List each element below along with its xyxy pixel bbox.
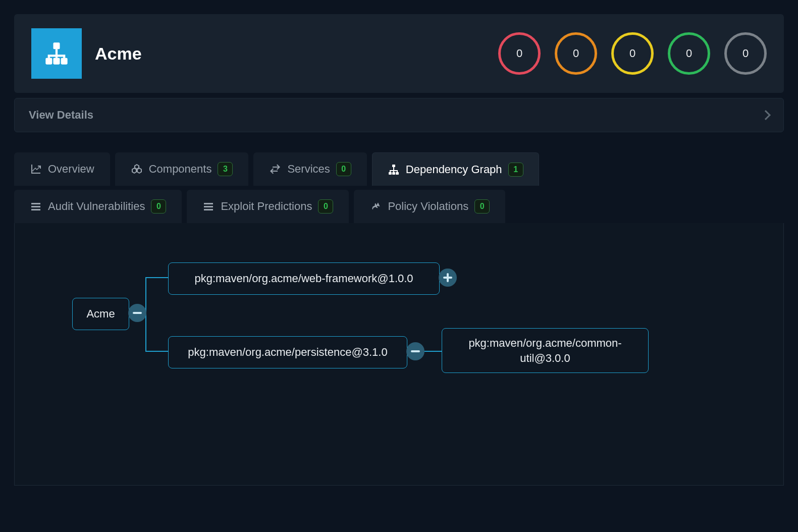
tab-label: Dependency Graph	[406, 163, 502, 176]
project-title: Acme	[95, 44, 142, 64]
view-details-label: View Details	[29, 109, 93, 122]
tab-services[interactable]: Services0	[253, 152, 366, 186]
chart-line-icon	[30, 163, 42, 175]
tab-label: Exploit Predictions	[221, 200, 312, 213]
minus-icon	[133, 312, 142, 314]
svg-rect-7	[392, 172, 395, 175]
severity-ring-2[interactable]: 0	[611, 32, 654, 75]
view-details-toggle[interactable]: View Details	[14, 98, 784, 132]
collapse-toggle-child2[interactable]	[406, 342, 424, 360]
svg-rect-3	[54, 58, 60, 65]
dependency-graph-panel: Acme pkg:maven/org.acme/web-framework@1.…	[14, 223, 784, 486]
tab-badge: 1	[508, 163, 523, 177]
tab-components[interactable]: Components3	[115, 152, 249, 186]
plus-icon	[447, 273, 449, 282]
cubes-icon	[131, 163, 143, 175]
thumbtack-icon	[369, 200, 382, 212]
tab-label: Overview	[48, 163, 94, 176]
graph-node-child[interactable]: pkg:maven/org.acme/web-framework@1.0.0	[168, 262, 440, 295]
tab-audit-vulnerabilities[interactable]: Audit Vulnerabilities0	[14, 190, 182, 223]
collapse-toggle-root[interactable]	[128, 304, 146, 322]
svg-rect-2	[61, 58, 68, 65]
tab-label: Services	[287, 163, 330, 176]
tab-badge: 0	[318, 199, 333, 214]
tab-exploit-predictions[interactable]: Exploit Predictions0	[187, 190, 349, 223]
severity-ring-3[interactable]: 0	[668, 32, 710, 75]
severity-rings: 00000	[498, 32, 767, 75]
project-icon	[31, 28, 82, 79]
graph-node-label: pkg:maven/org.acme/common-util@3.0.0	[455, 336, 635, 365]
tab-label: Components	[149, 163, 212, 176]
tab-label: Audit Vulnerabilities	[48, 200, 145, 213]
tab-badge: 0	[336, 162, 351, 176]
tasks-icon	[30, 200, 42, 212]
project-header-left: Acme	[31, 28, 142, 79]
svg-rect-5	[389, 172, 392, 175]
exchange-icon	[269, 163, 281, 175]
tab-row-2: Audit Vulnerabilities0Exploit Prediction…	[14, 190, 784, 223]
graph-node-label: pkg:maven/org.acme/web-framework@1.0.0	[194, 272, 413, 285]
sitemap-icon	[388, 164, 400, 176]
tab-label: Policy Violations	[388, 200, 468, 213]
svg-rect-0	[54, 42, 60, 49]
tab-badge: 3	[218, 162, 233, 176]
tab-policy-violations[interactable]: Policy Violations0	[354, 190, 505, 223]
graph-node-root[interactable]: Acme	[72, 298, 129, 330]
graph-node-grandchild[interactable]: pkg:maven/org.acme/common-util@3.0.0	[442, 328, 649, 373]
tab-badge: 0	[474, 199, 490, 214]
severity-ring-1[interactable]: 0	[555, 32, 597, 75]
svg-rect-1	[45, 58, 52, 65]
minus-icon	[411, 350, 420, 352]
graph-node-label: Acme	[86, 307, 115, 321]
graph-node-child[interactable]: pkg:maven/org.acme/persistence@3.1.0	[168, 336, 407, 368]
svg-rect-4	[392, 165, 395, 167]
expand-toggle-child1[interactable]	[439, 269, 457, 287]
svg-rect-6	[396, 172, 399, 175]
chevron-right-icon	[761, 110, 771, 120]
sitemap-icon	[43, 40, 70, 67]
severity-ring-0[interactable]: 0	[498, 32, 541, 75]
tab-row-1: OverviewComponents3Services0Dependency G…	[14, 152, 784, 186]
severity-ring-4[interactable]: 0	[724, 32, 767, 75]
tab-dependency-graph[interactable]: Dependency Graph1	[372, 152, 539, 186]
project-header: Acme 00000	[14, 14, 784, 93]
tab-badge: 0	[151, 199, 166, 214]
tabs: OverviewComponents3Services0Dependency G…	[14, 152, 784, 486]
tasks-icon	[202, 200, 215, 212]
graph-node-label: pkg:maven/org.acme/persistence@3.1.0	[188, 346, 387, 359]
tab-overview[interactable]: Overview	[14, 152, 110, 186]
